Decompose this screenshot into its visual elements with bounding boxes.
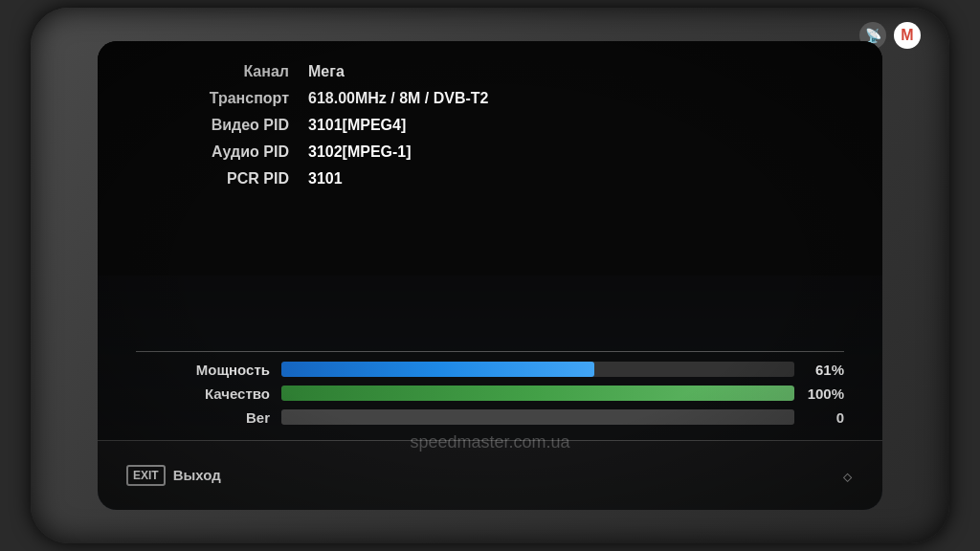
label-pcrpid: PCR PID — [136, 170, 289, 187]
watermark: speedmaster.com.ua — [410, 432, 569, 452]
exit-button[interactable]: EXIT Выход — [126, 465, 221, 486]
value-kanal: Мега — [308, 63, 345, 80]
label-power: Мощность — [136, 362, 270, 378]
bar-quality — [281, 386, 794, 401]
value-pcrpid: 3101 — [308, 170, 343, 187]
exit-box-label: EXIT — [126, 465, 166, 486]
table-row: Видео PID 3101[MPEG4] — [136, 114, 844, 137]
table-row: Аудио PID 3102[MPEG-1] — [136, 141, 844, 164]
label-ber: Ber — [136, 409, 270, 426]
table-row: Канал Мега — [136, 60, 844, 83]
value-ber: 0 — [806, 409, 844, 426]
signal-row-quality: Качество 100% — [136, 386, 844, 402]
value-transport: 618.00MHz / 8M / DVB-T2 — [308, 90, 489, 107]
label-videopid: Видео PID — [136, 117, 289, 134]
bezel-icon-gmail: M — [894, 22, 921, 49]
signal-section: Мощность 61% Качество 100% — [136, 362, 844, 426]
screen-content: Канал Мега Транспорт 618.00MHz / 8M / DV… — [98, 41, 882, 510]
bar-power — [281, 362, 794, 377]
value-quality: 100% — [806, 386, 844, 402]
exit-text: Выход — [173, 467, 221, 483]
bar-ber — [281, 409, 794, 425]
tv-outer: 📡 M Канал Мега Транспорт 618.00MHz / 8M … — [31, 8, 949, 543]
label-audiopid: Аудио PID — [136, 143, 289, 161]
signal-row-ber: Ber 0 — [136, 409, 844, 426]
divider — [136, 351, 844, 352]
signal-row-power: Мощность 61% — [136, 362, 844, 378]
value-power: 61% — [806, 362, 844, 378]
table-row: Транспорт 618.00MHz / 8M / DVB-T2 — [136, 87, 844, 110]
value-audiopid: 3102[MPEG-1] — [308, 143, 412, 161]
label-kanal: Канал — [136, 63, 289, 80]
nav-icon[interactable]: ⬦ — [841, 463, 854, 488]
table-row: PCR PID 3101 — [136, 167, 844, 190]
value-videopid: 3101[MPEG4] — [308, 117, 406, 134]
bar-fill-ber — [281, 409, 794, 425]
bar-fill-quality — [281, 386, 794, 401]
tv-screen: Канал Мега Транспорт 618.00MHz / 8M / DV… — [98, 41, 882, 510]
bar-fill-power — [281, 362, 594, 377]
osd-panel: Канал Мега Транспорт 618.00MHz / 8M / DV… — [98, 41, 882, 440]
info-table: Канал Мега Транспорт 618.00MHz / 8M / DV… — [136, 60, 844, 327]
label-quality: Качество — [136, 386, 270, 402]
label-transport: Транспорт — [136, 90, 289, 107]
